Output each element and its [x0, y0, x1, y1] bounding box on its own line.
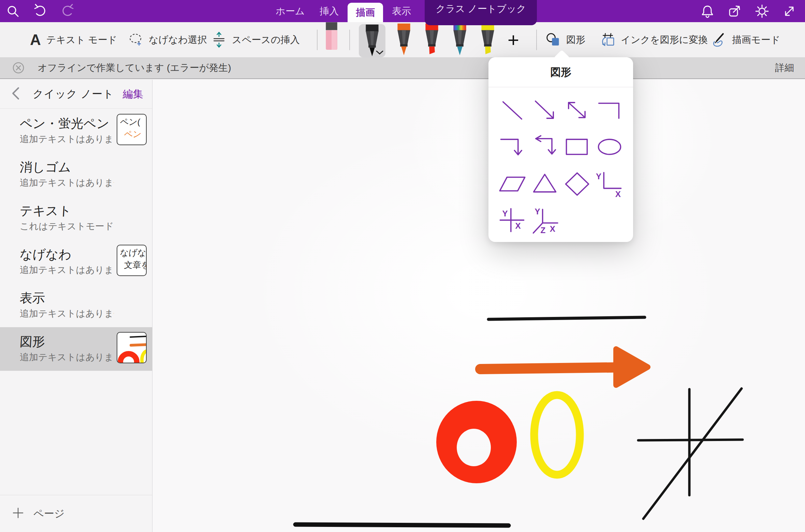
add-page-button[interactable]: ページ: [0, 495, 152, 532]
banner-details-link[interactable]: 詳細: [775, 61, 794, 74]
orange-pen[interactable]: [394, 24, 413, 56]
offline-message: オフラインで作業しています (エラーが発生): [38, 61, 231, 74]
lasso-icon: [128, 32, 143, 47]
bell-icon[interactable]: [700, 4, 715, 19]
page-list-item[interactable]: テキスト これはテキストモードで入力し…: [0, 196, 152, 240]
page-thumbnail: ペン(ペン: [117, 114, 147, 145]
draw-mode-button[interactable]: 描画モード: [712, 22, 780, 57]
page-subtitle: 追加テキストはありません: [20, 307, 114, 320]
shape-axis-cross[interactable]: YX: [496, 202, 528, 239]
ink-to-shape-button[interactable]: インクを図形に変換: [600, 22, 708, 57]
svg-text:Y: Y: [596, 172, 601, 181]
black-pen[interactable]: [359, 24, 385, 57]
shape-triangle[interactable]: [528, 166, 561, 202]
shape-corner-right-angle[interactable]: [593, 92, 626, 129]
page-subtitle: 追加テキストはありません: [20, 177, 114, 189]
insert-space-button[interactable]: スペースの挿入: [211, 22, 300, 57]
settings-gear-icon[interactable]: [755, 4, 770, 19]
shapes-button[interactable]: 図形: [546, 22, 585, 57]
draw-mode-icon: [712, 32, 727, 47]
shape-ellipse[interactable]: [593, 129, 626, 166]
shape-rectangle[interactable]: [561, 129, 593, 166]
topbar-right-icons: [700, 0, 797, 22]
page-list-item[interactable]: なげなわ 追加テキストはありま… なげなわ文章を: [0, 240, 152, 284]
onenote-app: ホーム挿入描画表示クラス ノートブック A テキスト モード なげなわ選択: [0, 0, 805, 532]
offline-banner: オフラインで作業しています (エラーが発生) 詳細: [0, 57, 805, 79]
pen-options-chevron-icon[interactable]: [376, 50, 383, 56]
insert-space-icon: [211, 32, 226, 47]
shapes-popup: 図形 YXYXYZX: [488, 57, 633, 242]
undo-icon[interactable]: [33, 4, 48, 19]
shape-diagonal-double-arrow[interactable]: [561, 92, 593, 129]
ribbon-tab-挿入[interactable]: 挿入: [313, 0, 345, 22]
page-subtitle: 追加テキストはありま…: [20, 264, 114, 276]
drawing-canvas[interactable]: [152, 80, 805, 532]
shape-parallelogram[interactable]: [496, 166, 528, 202]
shape-axis-2d[interactable]: YX: [593, 166, 626, 202]
add-page-label: ページ: [33, 507, 64, 521]
ribbon-tab-表示[interactable]: 表示: [386, 0, 417, 22]
redo-icon[interactable]: [60, 4, 75, 19]
page-title: ペン・蛍光ペン: [19, 116, 114, 132]
shape-diagonal-line[interactable]: [496, 92, 528, 129]
insert-space-label: スペースの挿入: [232, 33, 300, 46]
back-chevron-icon[interactable]: [12, 86, 20, 102]
page-list-item[interactable]: 消しゴム 追加テキストはありません: [0, 153, 152, 196]
page-subtitle: 追加テキストはありま…: [20, 133, 114, 145]
shape-diamond[interactable]: [561, 166, 593, 202]
yellow-highlighter[interactable]: [478, 24, 497, 56]
svg-text:X: X: [615, 189, 620, 198]
svg-text:X: X: [515, 221, 521, 230]
ink-to-shape-label: インクを図形に変換: [621, 33, 708, 46]
page-list-sidebar: クイック ノート 編集 ペン・蛍光ペン 追加テキストはありま… ペン(ペン 消し…: [0, 80, 152, 532]
text-mode-button[interactable]: A テキスト モード: [30, 22, 117, 57]
eraser[interactable]: [323, 22, 340, 52]
edit-button[interactable]: 編集: [123, 87, 143, 101]
page-title: なげなわ: [19, 247, 114, 262]
page-subtitle: 追加テキストはありま…: [20, 351, 114, 363]
plus-icon: [12, 507, 24, 520]
class-notebook-tab[interactable]: クラス ノートブック: [425, 0, 537, 25]
shapes-popup-title: 図形: [488, 57, 633, 87]
lasso-select-button[interactable]: なげなわ選択: [128, 22, 207, 57]
text-mode-icon: A: [30, 32, 41, 47]
page-title: テキスト: [19, 203, 114, 219]
page-thumbnail: [117, 332, 147, 363]
page-title: 消しゴム: [19, 159, 114, 175]
page-list-item[interactable]: 図形 追加テキストはありま…: [0, 327, 152, 371]
toolbar-divider: [536, 30, 537, 50]
rainbow-pen[interactable]: [450, 24, 469, 56]
svg-text:Y: Y: [502, 209, 508, 218]
share-icon[interactable]: [727, 4, 742, 19]
shape-elbow-arrow-left-down[interactable]: [528, 129, 561, 166]
page-title: 表示: [19, 290, 114, 306]
shape-grid: YXYXYZX: [488, 87, 633, 245]
red-highlighter[interactable]: [422, 24, 441, 56]
page-title: 図形: [19, 334, 114, 350]
toolbar-divider: [317, 30, 318, 50]
shape-axis-3d[interactable]: YZX: [528, 202, 561, 239]
top-app-bar: ホーム挿入描画表示クラス ノートブック: [0, 0, 805, 22]
page-subtitle: これはテキストモードで入力し…: [20, 220, 114, 232]
add-pen-button[interactable]: +: [506, 30, 521, 50]
section-title: クイック ノート: [33, 87, 114, 101]
ribbon-tab-描画[interactable]: 描画: [348, 3, 383, 22]
page-list-item[interactable]: ペン・蛍光ペン 追加テキストはありま… ペン(ペン: [0, 109, 152, 153]
ribbon-tab-ホーム[interactable]: ホーム: [269, 0, 311, 22]
shapes-icon: [546, 32, 561, 47]
search-icon[interactable]: [5, 4, 20, 19]
text-mode-label: テキスト モード: [46, 33, 117, 46]
ribbon-tab-strip: ホーム挿入描画表示クラス ノートブック: [269, 0, 537, 22]
svg-text:X: X: [550, 224, 555, 233]
ink-to-shape-icon: [600, 32, 615, 47]
error-circle-icon: [11, 60, 26, 75]
fullscreen-icon[interactable]: [782, 4, 797, 19]
shape-diagonal-arrow[interactable]: [528, 92, 561, 129]
page-list: ペン・蛍光ペン 追加テキストはありま… ペン(ペン 消しゴム 追加テキストはあり…: [0, 109, 152, 495]
svg-text:Z: Z: [540, 226, 545, 235]
pen-tray: +: [323, 22, 521, 57]
topbar-left-icons: [5, 0, 75, 22]
page-list-item[interactable]: 表示 追加テキストはありません: [0, 284, 152, 327]
shape-elbow-arrow-down[interactable]: [496, 129, 528, 166]
toolbar-divider: [349, 30, 350, 50]
